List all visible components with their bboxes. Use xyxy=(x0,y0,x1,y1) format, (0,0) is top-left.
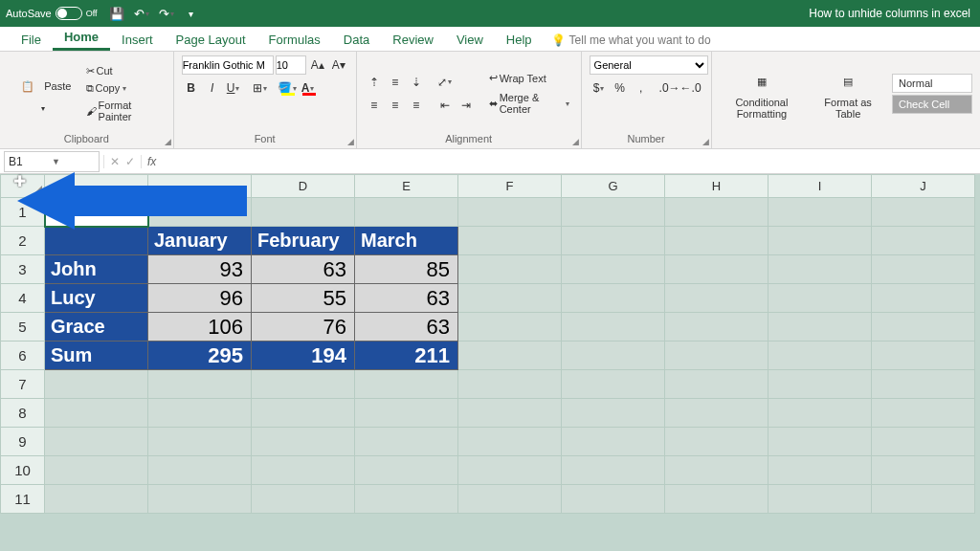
cell-r11-c8[interactable] xyxy=(872,485,975,514)
cell-r10-c4[interactable] xyxy=(458,456,562,485)
row-header-6[interactable]: 6 xyxy=(1,342,45,370)
col-header-2[interactable]: D xyxy=(252,175,355,198)
cell-r3-c7[interactable] xyxy=(768,255,872,284)
cell-style-check-cell[interactable]: Check Cell xyxy=(892,95,972,114)
cell-r5-c2[interactable]: 76 xyxy=(252,313,355,342)
cell-r3-c5[interactable] xyxy=(562,255,665,284)
cell-r7-c1[interactable] xyxy=(148,370,252,399)
cell-r6-c5[interactable] xyxy=(562,342,665,370)
cell-r6-c4[interactable] xyxy=(458,342,562,370)
cell-r7-c7[interactable] xyxy=(768,370,872,399)
cell-r8-c3[interactable] xyxy=(355,399,458,428)
col-header-4[interactable]: F xyxy=(458,175,562,198)
copy-button[interactable]: ⧉Copy xyxy=(82,80,166,97)
dialog-launcher-icon[interactable]: ◢ xyxy=(702,137,709,146)
cell-r3-c1[interactable]: 93 xyxy=(148,255,252,284)
merge-center-button[interactable]: ⬌Merge & Center xyxy=(485,90,573,117)
tab-view[interactable]: View xyxy=(445,29,495,51)
spreadsheet-grid[interactable]: DEFGHIJ12JanuaryFebruaryMarch3John936385… xyxy=(0,174,980,551)
cell-r7-c0[interactable] xyxy=(45,370,148,399)
cell-r1-c6[interactable] xyxy=(665,198,768,227)
cell-r2-c4[interactable] xyxy=(458,227,562,255)
cell-r4-c2[interactable]: 55 xyxy=(252,284,355,313)
cell-r11-c2[interactable] xyxy=(252,485,355,514)
underline-button[interactable]: U xyxy=(224,78,243,98)
tab-help[interactable]: Help xyxy=(495,29,544,51)
align-center-icon[interactable]: ≡ xyxy=(386,96,405,115)
row-header-9[interactable]: 9 xyxy=(1,428,45,456)
align-right-icon[interactable]: ≡ xyxy=(407,96,426,115)
cell-r3-c8[interactable] xyxy=(872,255,975,284)
tab-home[interactable]: Home xyxy=(53,26,110,51)
cell-r3-c4[interactable] xyxy=(458,255,562,284)
tab-formulas[interactable]: Formulas xyxy=(257,29,332,51)
align-top-icon[interactable]: ⇡ xyxy=(365,73,384,92)
qat-customize-icon[interactable]: ▾ xyxy=(184,6,199,21)
border-button[interactable]: ⊞ xyxy=(251,78,270,98)
cell-r5-c8[interactable] xyxy=(872,313,975,342)
tab-page-layout[interactable]: Page Layout xyxy=(165,29,257,51)
cell-r4-c4[interactable] xyxy=(458,284,562,313)
paste-button[interactable]: 📋 Paste ▾ xyxy=(8,71,78,117)
cell-r3-c0[interactable]: John xyxy=(45,255,148,284)
cell-r10-c7[interactable] xyxy=(768,456,872,485)
format-as-table-button[interactable]: ▤ Format as Table xyxy=(808,66,888,121)
cell-r7-c4[interactable] xyxy=(458,370,562,399)
align-middle-icon[interactable]: ≡ xyxy=(386,73,405,92)
cut-button[interactable]: ✂Cut xyxy=(82,63,166,79)
currency-icon[interactable]: $ xyxy=(590,78,609,98)
italic-button[interactable]: I xyxy=(203,78,222,98)
cell-r5-c5[interactable] xyxy=(562,313,665,342)
tab-insert[interactable]: Insert xyxy=(110,29,165,51)
comma-icon[interactable]: , xyxy=(632,78,651,98)
redo-icon[interactable]: ↷ xyxy=(159,6,174,21)
increase-font-icon[interactable]: A▴ xyxy=(308,55,327,75)
cell-r6-c1[interactable]: 295 xyxy=(148,342,252,370)
cell-r5-c3[interactable]: 63 xyxy=(355,313,458,342)
cell-r1-c8[interactable] xyxy=(872,198,975,227)
cell-r2-c3[interactable]: March xyxy=(355,227,458,255)
cell-r9-c5[interactable] xyxy=(562,428,665,456)
cell-style-normal[interactable]: Normal xyxy=(892,74,972,93)
cell-r8-c7[interactable] xyxy=(768,399,872,428)
cell-r11-c4[interactable] xyxy=(458,485,562,514)
row-header-7[interactable]: 7 xyxy=(1,370,45,399)
cell-r7-c8[interactable] xyxy=(872,370,975,399)
fill-color-button[interactable]: 🪣 xyxy=(278,78,297,98)
dialog-launcher-icon[interactable]: ◢ xyxy=(165,137,171,146)
col-header-6[interactable]: H xyxy=(665,175,768,198)
cell-r10-c3[interactable] xyxy=(355,456,458,485)
row-header-8[interactable]: 8 xyxy=(1,399,45,428)
cell-r2-c6[interactable] xyxy=(665,227,768,255)
cell-r9-c8[interactable] xyxy=(872,428,975,456)
cell-r5-c7[interactable] xyxy=(768,313,872,342)
font-color-button[interactable]: A xyxy=(299,78,318,98)
row-header-1[interactable]: 1 xyxy=(1,198,45,227)
cell-r3-c2[interactable]: 63 xyxy=(252,255,355,284)
cell-r5-c6[interactable] xyxy=(665,313,768,342)
cell-r5-c1[interactable]: 106 xyxy=(148,313,252,342)
cell-r9-c3[interactable] xyxy=(355,428,458,456)
cell-r5-c0[interactable]: Grace xyxy=(45,313,148,342)
cell-r9-c0[interactable] xyxy=(45,428,148,456)
row-header-10[interactable]: 10 xyxy=(1,456,45,485)
autosave-toggle[interactable]: AutoSave Off xyxy=(6,7,98,20)
cell-r10-c0[interactable] xyxy=(45,456,148,485)
cell-r8-c4[interactable] xyxy=(458,399,562,428)
cell-r10-c1[interactable] xyxy=(148,456,252,485)
orientation-icon[interactable]: ⤢ xyxy=(435,73,455,92)
cell-r8-c8[interactable] xyxy=(872,399,975,428)
cell-r4-c6[interactable] xyxy=(665,284,768,313)
percent-icon[interactable]: % xyxy=(611,78,630,98)
cell-r9-c2[interactable] xyxy=(252,428,355,456)
row-header-2[interactable]: 2 xyxy=(1,227,45,255)
name-box[interactable]: B1 ▼ xyxy=(4,151,100,172)
cell-r1-c2[interactable] xyxy=(252,198,355,227)
cell-r4-c0[interactable]: Lucy xyxy=(45,284,148,313)
save-icon[interactable]: 💾 xyxy=(109,6,124,21)
cell-r10-c8[interactable] xyxy=(872,456,975,485)
cell-r4-c7[interactable] xyxy=(768,284,872,313)
cell-r11-c1[interactable] xyxy=(148,485,252,514)
cell-r10-c5[interactable] xyxy=(562,456,665,485)
cell-r7-c6[interactable] xyxy=(665,370,768,399)
